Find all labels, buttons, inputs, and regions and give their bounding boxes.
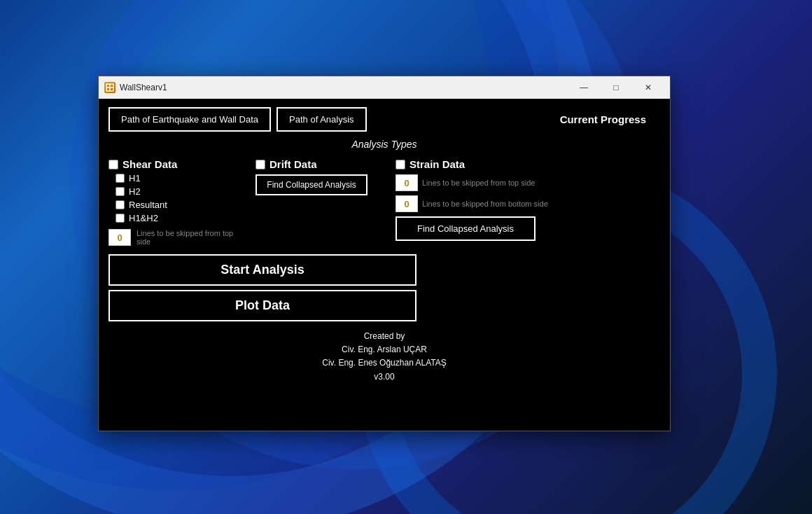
strain-data-column: Strain Data Lines to be skipped from top… <box>388 158 660 246</box>
analysis-types-label: Analysis Types <box>108 139 660 150</box>
minimize-button[interactable]: — <box>568 76 600 99</box>
strain-skip-bottom-label: Lines to be skipped from bottom side <box>422 200 548 208</box>
plot-data-button[interactable]: Plot Data <box>108 290 416 321</box>
shear-data-column: Shear Data H1 H2 Resultant H1&H2 <box>108 158 248 246</box>
h1-checkbox[interactable] <box>115 174 125 183</box>
window-content: Path of Earthquake and Wall Data Path of… <box>99 99 670 431</box>
strain-skip-bottom-input[interactable] <box>396 195 418 212</box>
footer-line1: Created by <box>108 330 660 343</box>
h2-checkbox[interactable] <box>115 187 125 196</box>
h1-row: H1 <box>115 173 248 183</box>
shear-data-checkbox[interactable] <box>108 160 118 169</box>
start-analysis-button[interactable]: Start Analysis <box>108 254 416 286</box>
footer-credits: Created by Civ. Eng. Arslan UÇAR Civ. En… <box>108 330 660 384</box>
h1-label[interactable]: H1 <box>129 173 141 183</box>
strain-skip-bottom-row: Lines to be skipped from bottom side <box>396 195 660 212</box>
window-title: WallShearv1 <box>120 83 568 92</box>
strain-skip-top-row: Lines to be skipped from top side <box>396 174 660 191</box>
application-window: WallShearv1 — □ ✕ Path of Earthquake and… <box>98 76 671 431</box>
titlebar: WallShearv1 — □ ✕ <box>99 76 670 99</box>
drift-data-group: Drift Data <box>255 158 388 170</box>
h2-label[interactable]: H2 <box>129 186 141 197</box>
drift-data-checkbox[interactable] <box>255 160 265 169</box>
strain-skip-top-label: Lines to be skipped from top side <box>422 179 535 187</box>
footer-line4: v3.00 <box>108 370 660 384</box>
drift-data-label[interactable]: Drift Data <box>270 158 317 170</box>
path-earthquake-button[interactable]: Path of Earthquake and Wall Data <box>108 107 271 132</box>
bottom-buttons: Start Analysis Plot Data <box>108 254 660 321</box>
strain-data-checkbox[interactable] <box>396 160 405 169</box>
strain-data-label[interactable]: Strain Data <box>410 158 465 170</box>
resultant-row: Resultant <box>115 200 248 210</box>
footer-line3: Civ. Eng. Enes Oğuzhan ALATAŞ <box>108 356 660 370</box>
window-controls: — □ ✕ <box>568 76 664 99</box>
resultant-checkbox[interactable] <box>115 200 125 209</box>
app-icon <box>104 82 115 93</box>
footer-line2: Civ. Eng. Arslan UÇAR <box>108 343 660 356</box>
find-collapsed-small-button[interactable]: Find Collapsed Analysis <box>255 174 368 195</box>
shear-skip-label: Lines to be skipped from top side <box>136 229 248 246</box>
top-toolbar: Path of Earthquake and Wall Data Path of… <box>108 107 660 132</box>
resultant-label[interactable]: Resultant <box>129 200 167 210</box>
current-progress-label: Current Progress <box>560 113 660 125</box>
close-button[interactable]: ✕ <box>632 76 664 99</box>
find-collapsed-large-button[interactable]: Find Collapsed Analysis <box>396 216 536 241</box>
shear-skip-input[interactable] <box>108 229 131 246</box>
drift-data-column: Drift Data Find Collapsed Analysis <box>248 158 388 246</box>
h1h2-label[interactable]: H1&H2 <box>129 213 158 223</box>
h2-row: H2 <box>115 186 248 197</box>
h1h2-row: H1&H2 <box>115 213 248 223</box>
strain-skip-top-input[interactable] <box>396 174 418 191</box>
h1h2-checkbox[interactable] <box>115 214 125 223</box>
shear-skip-row: Lines to be skipped from top side <box>108 229 248 246</box>
maximize-button[interactable]: □ <box>600 76 632 99</box>
shear-data-group: Shear Data <box>108 158 248 170</box>
path-analysis-button[interactable]: Path of Analysis <box>276 107 367 132</box>
strain-data-group: Strain Data <box>396 158 660 170</box>
shear-data-label[interactable]: Shear Data <box>122 158 177 170</box>
analysis-columns: Shear Data H1 H2 Resultant H1&H2 <box>108 158 660 246</box>
